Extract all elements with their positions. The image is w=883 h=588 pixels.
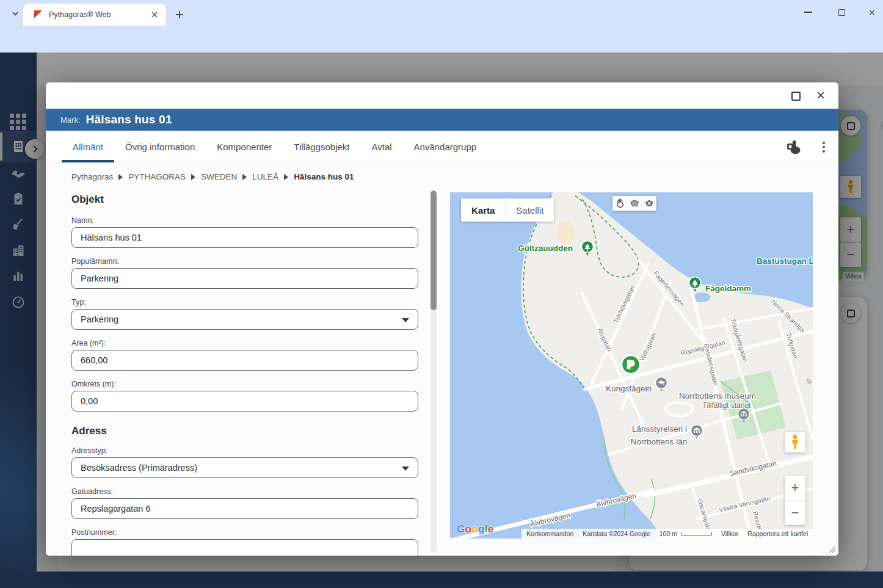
polygon-delete-icon (644, 198, 655, 209)
chevron-down-icon (402, 466, 409, 471)
polygon-tool-button[interactable] (627, 196, 642, 211)
section-heading-objekt: Objekt (71, 194, 418, 206)
breadcrumb-arrow-icon (284, 174, 288, 180)
adresstyp-select-value: Besöksadress (Primäradress) (81, 463, 197, 473)
touch-select-button[interactable] (786, 139, 802, 155)
delete-polygon-tool-button[interactable] (642, 196, 656, 211)
field-label-typ: Typ: (71, 298, 418, 307)
omkrets-input[interactable]: 0,00 (71, 391, 418, 412)
map-zoom-control: + − (785, 476, 805, 525)
new-tab-button[interactable] (172, 7, 187, 22)
adresstyp-select[interactable]: Besöksadress (Primäradress) (71, 457, 418, 478)
chevron-down-icon (13, 12, 18, 15)
keyboard-shortcuts-link[interactable]: Kortkommandon (526, 530, 573, 537)
hand-press-icon (786, 139, 802, 155)
field-label-adresstyp: Adresstyp: (71, 446, 418, 455)
scale-bar-icon (681, 532, 712, 535)
tab-search-button[interactable] (7, 5, 23, 21)
gatuadress-input[interactable]: Repslagargatan 6 (71, 498, 418, 519)
browser-tab[interactable]: Pythagoras® Web (23, 4, 166, 26)
window-close-button[interactable]: × (858, 0, 883, 24)
modal-tabbar: Allmänt Övrig information Komponenter Ti… (46, 131, 838, 163)
poi-label-museum: Norrbottens museum (679, 391, 756, 401)
tab-close-button[interactable] (149, 9, 160, 20)
tab-avtal[interactable]: Avtal (360, 131, 402, 162)
breadcrumb-item[interactable]: PYTHAGORAS (128, 172, 186, 181)
map-graphics: Tjärhovsgatan Fagerlinsvägen Vattugatan … (450, 192, 813, 539)
modal-maximize-button[interactable] (788, 89, 803, 103)
field-label-popularnamn: Populärnamn: (71, 257, 418, 266)
zoom-in-button[interactable]: + (785, 476, 805, 501)
breadcrumb-arrow-icon (191, 174, 195, 180)
tab-tillaggsobjekt[interactable]: Tilläggsobjekt (283, 131, 360, 162)
breadcrumb-arrow-icon (118, 174, 123, 180)
window-minimize-button[interactable] (794, 0, 822, 24)
object-title: Hälsans hus 01 (86, 113, 172, 126)
report-map-error-link[interactable]: Rapportera ett kartfel (747, 530, 808, 537)
poi-label-lansstyrelsen-2: Norrbottens län (631, 437, 687, 446)
street-view-control[interactable] (785, 432, 805, 452)
field-label-namn: Namn: (71, 216, 418, 225)
popularnamn-input[interactable]: Parkering (71, 268, 418, 289)
field-label-gatuadress: Gatuadress: (71, 487, 418, 496)
zoom-out-button[interactable]: − (785, 501, 805, 525)
poi-label-lansstyrelsen-1: Länsstyrelsen i (632, 424, 687, 434)
map-canvas[interactable]: Tjärhovsgatan Fagerlinsvägen Vattugatan … (450, 192, 813, 539)
tab-allmant[interactable]: Allmänt (62, 131, 114, 162)
plus-icon (175, 10, 184, 20)
modal-header: Mark: Hälsans hus 01 (46, 109, 838, 131)
pegman-icon (790, 434, 801, 450)
breadcrumb-arrow-icon (242, 174, 247, 180)
object-type-label: Mark: (60, 115, 81, 125)
screen: Pythagoras® Web × pim.pythagoras.se/py_d… (0, 0, 883, 588)
minimize-icon (804, 12, 812, 13)
modal-menu-button[interactable] (823, 142, 825, 153)
postnummer-input[interactable] (71, 539, 418, 556)
close-icon (151, 11, 158, 18)
section-heading-adress: Adress (71, 425, 418, 437)
polygon-icon (629, 198, 640, 209)
map-type-control: Karta Satellit (461, 198, 554, 222)
poi-label-kungsfageln: Kungsfågeln (606, 384, 652, 393)
namn-input[interactable]: Hälsans hus 01 (71, 227, 418, 248)
breadcrumb-item[interactable]: LULEÅ (252, 172, 278, 181)
typ-select-value: Parkering (81, 314, 118, 324)
tab-anvandargrupp[interactable]: Användargrupp (403, 131, 488, 162)
tab-ovrig-information[interactable]: Övrig information (114, 131, 206, 162)
form-scrollbar-track[interactable] (431, 191, 437, 553)
tab-title: Pythagoras® Web (49, 10, 149, 19)
modal-close-button[interactable]: × (812, 86, 830, 104)
maximize-icon (791, 92, 801, 101)
breadcrumb: Pythagoras PYTHAGORAS SWEDEN LULEÅ Hälsa… (71, 163, 418, 181)
poi-label-fageldamm: Fågeldamm (705, 284, 751, 293)
map-draw-tools (612, 196, 656, 211)
tab-komponenter[interactable]: Komponenter (206, 131, 283, 162)
map-type-satellit-button[interactable]: Satellit (506, 198, 554, 222)
terms-link[interactable]: Villkor (721, 530, 738, 537)
hand-icon (614, 198, 625, 209)
poi-label-bastustugan: Bastustugan Lu (757, 256, 813, 266)
modal-titlebar: × (46, 82, 838, 109)
resize-grip-icon (828, 545, 836, 553)
breadcrumb-item[interactable]: SWEDEN (201, 172, 237, 181)
window-maximize-button[interactable] (827, 0, 856, 24)
form-column: Pythagoras PYTHAGORAS SWEDEN LULEÅ Hälsa… (71, 163, 418, 556)
parking-marker[interactable]: P (622, 355, 640, 374)
object-detail-modal: × Mark: Hälsans hus 01 Allmänt Övrig inf… (46, 82, 838, 556)
map-attribution: Kortkommandon Kartdata ©2024 Google 100 … (521, 529, 813, 539)
breadcrumb-item[interactable]: Pythagoras (71, 172, 113, 181)
maximize-icon (838, 9, 845, 16)
area-input[interactable]: 660,00 (71, 350, 418, 371)
browser-titlebar: Pythagoras® Web × (0, 0, 883, 26)
typ-select[interactable]: Parkering (71, 309, 418, 330)
browser-toolbar: pim.pythagoras.se/py_datamanager_interna… (0, 26, 883, 53)
field-label-area: Area (m²): (71, 339, 418, 347)
map-type-karta-button[interactable]: Karta (461, 198, 506, 222)
pan-tool-button[interactable] (612, 196, 627, 211)
form-scrollbar-thumb[interactable] (431, 191, 437, 310)
close-icon: × (869, 7, 875, 18)
modal-resize-handle[interactable] (828, 545, 836, 553)
map-scale-text: 100 m (660, 530, 677, 537)
chevron-down-icon (402, 318, 409, 322)
favicon-flag-icon (34, 10, 43, 19)
